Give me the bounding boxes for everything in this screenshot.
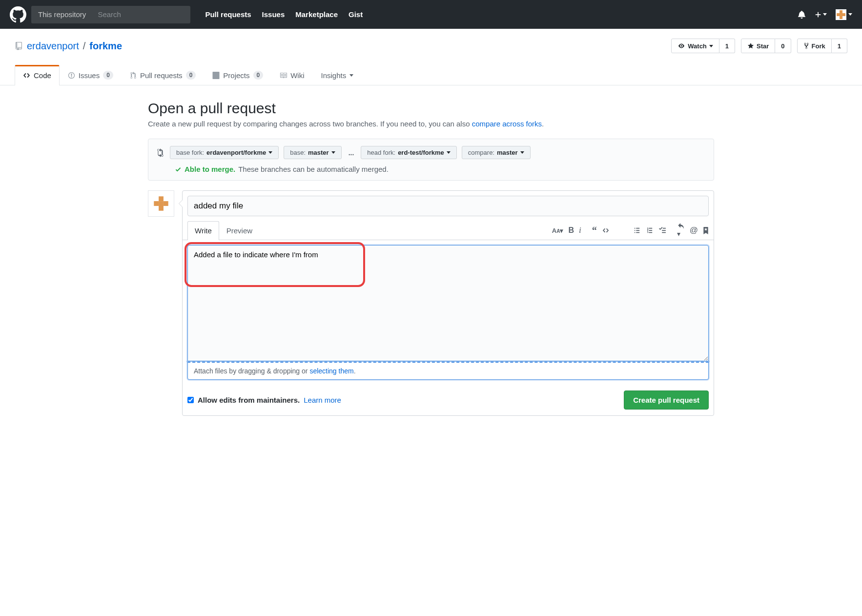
fork-count[interactable]: 1 <box>832 39 847 53</box>
learn-more-link[interactable]: Learn more <box>304 396 341 404</box>
compare-branch-select[interactable]: compare: master <box>462 146 531 159</box>
attach-bar[interactable]: Attach files by dragging & dropping or s… <box>187 362 709 380</box>
search-input[interactable] <box>93 6 190 22</box>
quote-icon[interactable]: “ <box>592 228 597 233</box>
fork-icon <box>803 42 809 49</box>
compare-dots: ... <box>347 149 356 157</box>
bold-icon[interactable]: B <box>568 226 574 235</box>
star-count[interactable]: 0 <box>775 39 791 53</box>
avatar-icon <box>152 195 170 212</box>
search-scope-label[interactable]: This repository <box>31 10 93 19</box>
git-compare-icon <box>156 148 165 157</box>
base-branch-select[interactable]: base: master <box>284 146 341 159</box>
issue-icon <box>68 72 75 79</box>
watch-count[interactable]: 1 <box>719 39 735 53</box>
main-content: Open a pull request Create a new pull re… <box>133 85 729 431</box>
svg-rect-1 <box>840 10 842 13</box>
code-icon <box>23 72 30 79</box>
nav-issues[interactable]: Issues <box>262 10 285 19</box>
github-logo-icon[interactable] <box>10 6 26 23</box>
base-fork-select[interactable]: base fork: erdavenport/forkme <box>170 146 279 159</box>
search-container: This repository <box>31 6 190 23</box>
plus-dropdown[interactable] <box>815 11 827 18</box>
task-list-icon[interactable] <box>658 227 666 234</box>
allow-edits-checkbox[interactable] <box>187 397 194 403</box>
pr-form: Write Preview AA▾ B i “ <box>148 190 714 416</box>
merge-status: Able to merge. These branches can be aut… <box>156 165 706 173</box>
repo-name-link[interactable]: forkme <box>89 41 122 52</box>
mention-icon[interactable]: @ <box>690 226 698 235</box>
global-header: This repository Pull requests Issues Mar… <box>0 0 862 29</box>
heading-icon[interactable]: AA▾ <box>552 227 564 234</box>
tab-wiki[interactable]: Wiki <box>271 65 312 85</box>
tab-projects[interactable]: Projects 0 <box>204 65 271 85</box>
repo-actions: Watch 1 Star 0 Fork 1 <box>671 39 847 53</box>
numbered-list-icon[interactable] <box>646 227 654 234</box>
comment-box: Write Preview AA▾ B i “ <box>182 190 714 416</box>
fork-button[interactable]: Fork <box>797 39 832 53</box>
avatar-icon <box>836 9 846 20</box>
form-actions: Allow edits from maintainers. Learn more… <box>183 385 714 415</box>
reply-icon[interactable]: ▾ <box>677 223 685 238</box>
repo-owner-link[interactable]: erdavenport <box>27 41 79 52</box>
link-icon[interactable] <box>615 227 622 234</box>
separator: / <box>83 41 86 52</box>
bullet-list-icon[interactable] <box>633 227 641 234</box>
svg-rect-6 <box>159 196 164 201</box>
tab-code[interactable]: Code <box>15 65 60 85</box>
user-menu[interactable] <box>836 9 852 20</box>
nav-gist[interactable]: Gist <box>349 10 363 19</box>
svg-rect-7 <box>154 201 159 206</box>
bell-icon[interactable] <box>798 10 806 19</box>
compare-box: base fork: erdavenport/forkme base: mast… <box>148 139 714 181</box>
user-avatar <box>148 190 174 217</box>
star-icon <box>747 42 754 49</box>
tabs-toolbar: Write Preview AA▾ B i “ <box>183 221 714 240</box>
svg-rect-9 <box>159 201 164 211</box>
git-pull-request-icon <box>130 72 137 79</box>
page-subtitle: Create a new pull request by comparing c… <box>148 120 714 128</box>
preview-tab[interactable]: Preview <box>219 221 260 240</box>
svg-rect-8 <box>164 201 168 206</box>
create-pull-request-button[interactable]: Create pull request <box>624 390 709 410</box>
svg-rect-2 <box>837 13 840 16</box>
compare-forks-link[interactable]: compare across forks <box>472 120 542 128</box>
tab-insights[interactable]: Insights <box>313 65 362 85</box>
header-nav: Pull requests Issues Marketplace Gist <box>205 10 363 19</box>
repo-title: erdavenport / forkme <box>15 41 122 52</box>
tab-pull-requests[interactable]: Pull requests 0 <box>122 65 204 85</box>
project-icon <box>212 72 220 79</box>
selecting-them-link[interactable]: selecting them <box>309 367 353 375</box>
italic-icon[interactable]: i <box>579 226 581 235</box>
allow-edits-row[interactable]: Allow edits from maintainers. Learn more <box>187 396 341 404</box>
markdown-toolbar: AA▾ B i “ ▾ <box>552 223 709 238</box>
repo-head: erdavenport / forkme Watch 1 Star 0 <box>0 29 862 85</box>
head-fork-select[interactable]: head fork: erd-test/forkme <box>361 146 456 159</box>
book-icon <box>280 72 287 79</box>
repo-nav: Code Issues 0 Pull requests 0 Projects 0… <box>15 65 847 85</box>
star-button[interactable]: Star <box>741 39 775 53</box>
tab-issues[interactable]: Issues 0 <box>60 65 122 85</box>
bookmark-icon[interactable] <box>703 227 709 234</box>
page-title: Open a pull request <box>148 100 714 117</box>
svg-rect-3 <box>842 13 845 16</box>
repo-icon <box>15 42 23 50</box>
watch-button[interactable]: Watch <box>671 39 719 53</box>
code-icon[interactable] <box>602 227 610 234</box>
pr-body-textarea[interactable] <box>187 245 709 361</box>
check-icon <box>175 166 182 173</box>
nav-marketplace[interactable]: Marketplace <box>295 10 338 19</box>
pr-title-input[interactable] <box>187 196 709 216</box>
svg-rect-4 <box>840 13 842 19</box>
header-right <box>798 9 852 20</box>
eye-icon <box>677 43 685 49</box>
write-tab[interactable]: Write <box>187 221 219 240</box>
nav-pull-requests[interactable]: Pull requests <box>205 10 251 19</box>
